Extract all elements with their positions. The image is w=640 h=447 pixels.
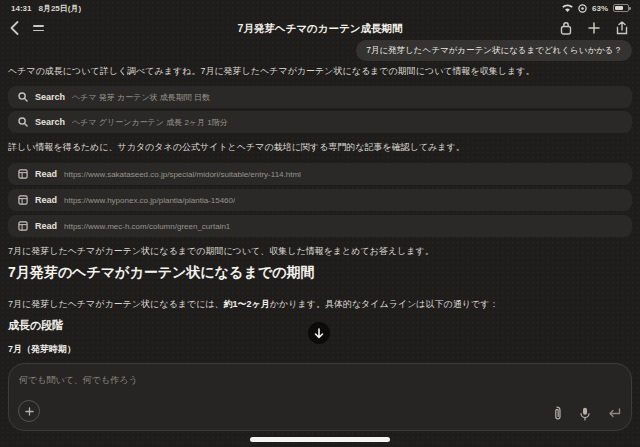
document-icon xyxy=(18,221,28,231)
read-label: Read xyxy=(35,195,57,205)
back-button[interactable] xyxy=(10,21,19,35)
chevron-left-icon xyxy=(10,21,19,35)
home-indicator[interactable] xyxy=(250,437,390,442)
new-chat-button[interactable] xyxy=(588,22,600,34)
assistant-intro-text: ヘチマの成長について詳しく調べてみますね。7月に発芽したヘチマがカーテン状になる… xyxy=(8,65,632,78)
menu-icon xyxy=(33,25,44,31)
search-tool-row[interactable]: Search ヘチマ 発芽 カーテン状 成長期間 日数 xyxy=(8,86,632,108)
assistant-summary-intro: 7月に発芽したヘチマがカーテン状になるまでの期間について、収集した情報をまとめて… xyxy=(8,245,632,258)
user-message-bubble: 7月に発芽したヘチマがカーテン状になるまでどれくらいかかる？ xyxy=(356,40,632,61)
message-input[interactable] xyxy=(19,370,621,390)
search-tool-row[interactable]: Search ヘチマ グリーンカーテン 成長 2ヶ月 1階分 xyxy=(8,111,632,133)
plus-icon xyxy=(588,22,600,34)
scroll-to-bottom-button[interactable] xyxy=(308,322,330,344)
read-label: Read xyxy=(35,221,57,231)
search-icon xyxy=(18,117,28,127)
attach-button[interactable] xyxy=(552,406,562,421)
lock-icon xyxy=(560,21,572,35)
assistant-research-note: 詳しい情報を得るために、サカタのタネの公式サイトとヘチマの栽培に関する専門的な記… xyxy=(8,141,632,154)
growth-stages-subheading: 成長の段階 xyxy=(8,318,63,333)
read-url: https://www.hyponex.co.jp/plantia/planti… xyxy=(64,196,235,205)
read-tool-row[interactable]: Read https://www.sakataseed.co.jp/specia… xyxy=(8,163,632,185)
search-query: ヘチマ グリーンカーテン 成長 2ヶ月 1階分 xyxy=(72,117,228,128)
paperclip-icon xyxy=(552,406,562,421)
search-icon xyxy=(18,92,28,102)
answer-text: 7月に発芽したヘチマがカーテン状になるまでには、約1〜2ヶ月かかります。具体的な… xyxy=(8,298,632,311)
stage-july-heading: 7月（発芽時期） xyxy=(8,343,76,356)
status-bar: 14:31 8月25日(月) 63% xyxy=(0,0,640,16)
lock-button[interactable] xyxy=(560,21,572,35)
read-tool-row[interactable]: Read https://www.hyponex.co.jp/plantia/p… xyxy=(8,189,632,211)
answer-heading: 7月発芽のヘチマがカーテン状になるまでの期間 xyxy=(8,264,314,282)
answer-prefix: 7月に発芽したヘチマがカーテン状になるまでには、 xyxy=(8,299,224,309)
microphone-icon xyxy=(580,407,590,421)
battery-percent: 63% xyxy=(592,4,608,13)
send-button[interactable] xyxy=(608,408,621,419)
page-title: 7月発芽ヘチマのカーテン成長期間 xyxy=(120,22,520,36)
answer-suffix: かかります。具体的なタイムラインは以下の通りです： xyxy=(270,299,499,309)
composer-plus-button[interactable] xyxy=(18,400,40,422)
search-label: Search xyxy=(35,92,65,102)
clock: 14:31 xyxy=(11,4,31,13)
document-icon xyxy=(18,195,28,205)
answer-duration-bold: 約1〜2ヶ月 xyxy=(224,299,270,309)
message-composer xyxy=(8,363,632,431)
menu-button[interactable] xyxy=(33,25,44,31)
document-icon xyxy=(18,169,28,179)
rotation-lock-icon xyxy=(578,4,587,13)
read-url: https://www.mec-h.com/column/green_curta… xyxy=(64,222,230,231)
share-button[interactable] xyxy=(616,21,628,35)
wifi-icon xyxy=(562,4,573,13)
battery-icon xyxy=(613,4,629,12)
plus-icon xyxy=(25,407,34,416)
arrow-down-icon xyxy=(314,328,324,339)
dictation-button[interactable] xyxy=(580,407,590,421)
search-query: ヘチマ 発芽 カーテン状 成長期間 日数 xyxy=(72,92,210,103)
read-url: https://www.sakataseed.co.jp/special/mid… xyxy=(64,170,301,179)
read-tool-row[interactable]: Read https://www.mec-h.com/column/green_… xyxy=(8,215,632,237)
share-icon xyxy=(616,21,628,35)
search-label: Search xyxy=(35,117,65,127)
read-label: Read xyxy=(35,169,57,179)
date: 8月25日(月) xyxy=(38,3,81,14)
return-arrow-icon xyxy=(608,408,621,419)
